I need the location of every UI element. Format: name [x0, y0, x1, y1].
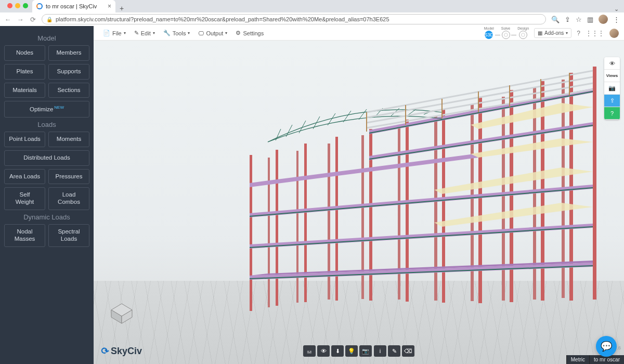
rs-help-icon[interactable]: ?	[604, 107, 620, 120]
rs-share-icon[interactable]: ⇪	[604, 95, 620, 107]
btn-spectral-loads[interactable]: Spectral Loads	[48, 224, 89, 247]
addons-button[interactable]: ▦Add-ons▾	[534, 28, 571, 38]
app-menubar: 📄File▾ ✎Edit▾ 🔧Tools▾ 🖵Output▾ ⚙Settings…	[94, 26, 624, 41]
browser-chrome: to mr oscar | SkyCiv × + ⌄ ← → ⟳ 🔒 platf…	[0, 0, 624, 26]
svg-rect-1	[250, 155, 252, 311]
svg-line-39	[276, 129, 281, 140]
btn-nodal-masses[interactable]: Nodal Masses	[4, 224, 45, 247]
share-icon[interactable]: ⇪	[565, 16, 570, 23]
btn-members[interactable]: Members	[48, 45, 89, 61]
btn-distributed-loads[interactable]: Distributed Loads	[4, 150, 89, 166]
browser-tab[interactable]: to mr oscar | SkyCiv ×	[32, 0, 115, 12]
viewport-toolbar: ⚍ 👁 ⬇ 💡 📷 i ✎ ⌫	[303, 345, 414, 357]
btn-moments[interactable]: Moments	[48, 132, 89, 147]
sidebar-heading-loads: Loads	[4, 121, 89, 128]
tab-title: to mr oscar | SkyCiv	[46, 3, 97, 9]
btn-load-combos[interactable]: Load Combos	[48, 187, 89, 210]
btn-plates[interactable]: Plates	[4, 64, 45, 80]
url-text: platform.skyciv.com/structural?preload_n…	[56, 16, 389, 22]
brand-logo: ⟳SkyCiv	[101, 345, 142, 357]
window-controls[interactable]	[3, 0, 32, 8]
svg-rect-14	[296, 151, 298, 303]
vt-members-icon[interactable]: ⚍	[303, 345, 316, 357]
close-tab-icon[interactable]: ×	[108, 3, 111, 10]
sidebar: Model Nodes Members Plates Supports Mate…	[0, 26, 94, 364]
vt-edit-icon[interactable]: ✎	[388, 345, 400, 357]
vt-info-icon[interactable]: i	[374, 345, 386, 357]
menu-edit[interactable]: ✎Edit▾	[130, 26, 159, 40]
structural-model	[218, 51, 614, 321]
favicon-icon	[36, 3, 43, 9]
menu-file[interactable]: 📄File▾	[99, 26, 130, 40]
svg-rect-18	[434, 116, 437, 301]
file-icon: 📄	[103, 30, 110, 36]
btn-optimize[interactable]: OptimizeNEW	[4, 101, 89, 118]
vt-erase-icon[interactable]: ⌫	[402, 345, 414, 357]
kebab-icon[interactable]: ⋮	[613, 16, 620, 23]
stage-solve-dot: ⬡	[502, 31, 510, 39]
btn-point-loads[interactable]: Point Loads	[4, 132, 45, 147]
right-tool-strip: 👁 Views 📷 ⇪ ?	[604, 57, 620, 120]
btn-materials[interactable]: Materials	[4, 83, 45, 98]
address-bar[interactable]: 🔒 platform.skyciv.com/structural?preload…	[42, 14, 546, 24]
forward-icon[interactable]: →	[17, 16, 24, 23]
stage-model-dot: S3D	[485, 31, 493, 39]
tabs-overflow-icon[interactable]: ⌄	[609, 6, 624, 12]
menu-tools[interactable]: 🔧Tools▾	[159, 26, 194, 40]
pencil-icon: ✎	[134, 30, 139, 36]
vt-camera-icon[interactable]: 📷	[359, 345, 372, 357]
svg-rect-6	[406, 120, 409, 302]
chat-icon: 💬	[601, 341, 612, 352]
grid-icon: ▦	[538, 30, 542, 36]
help-icon[interactable]: ?	[577, 30, 580, 37]
search-icon[interactable]: 🔍	[551, 16, 560, 23]
workflow-stages[interactable]: ModelS3D Solve⬡ Design⬡	[484, 27, 529, 39]
monitor-icon: 🖵	[198, 30, 204, 36]
sidebar-heading-model: Model	[4, 34, 89, 42]
rs-eye-icon[interactable]: 👁	[604, 57, 620, 70]
vt-light-icon[interactable]: 💡	[345, 345, 358, 357]
btn-area-loads[interactable]: Area Loads	[4, 169, 45, 185]
svg-marker-33	[434, 203, 593, 227]
new-tab-button[interactable]: +	[115, 4, 128, 12]
axis-gizmo[interactable]	[106, 300, 137, 328]
stage-design-dot: ⬡	[519, 31, 527, 39]
status-units[interactable]: Metric	[566, 355, 589, 364]
bookmark-icon[interactable]: ☆	[576, 16, 582, 23]
wrench-icon: 🔧	[163, 30, 171, 36]
logo-icon: ⟳	[99, 344, 110, 357]
svg-rect-3	[304, 144, 307, 302]
svg-line-42	[313, 116, 320, 129]
svg-rect-12	[593, 67, 596, 300]
panel-icon[interactable]: ▥	[587, 16, 593, 23]
profile-avatar[interactable]	[599, 15, 608, 24]
btn-nodes[interactable]: Nodes	[4, 45, 45, 61]
svg-rect-7	[442, 109, 445, 303]
menu-settings[interactable]: ⚙Settings	[231, 26, 268, 40]
menu-output[interactable]: 🖵Output▾	[194, 26, 231, 40]
svg-rect-19	[471, 105, 474, 301]
reload-icon[interactable]: ⟳	[29, 16, 36, 23]
rs-camera-icon[interactable]: 📷	[604, 82, 620, 95]
svg-line-40	[286, 125, 292, 137]
apps-icon[interactable]: ⋮⋮⋮	[586, 30, 604, 37]
sidebar-heading-dynamic: Dynamic Loads	[4, 213, 89, 221]
user-avatar[interactable]	[609, 29, 619, 38]
viewport-3d[interactable]: ⟳SkyCiv ⚍ 👁 ⬇ 💡 📷 i ✎ ⌫ v5.7.6 Metric to…	[94, 41, 624, 364]
status-bar: Metric to mr oscar	[566, 355, 624, 364]
btn-sections[interactable]: Sections	[48, 83, 89, 98]
svg-rect-13	[268, 158, 270, 307]
chat-fab[interactable]: 💬	[596, 336, 617, 357]
back-icon[interactable]: ←	[4, 16, 11, 23]
gear-icon: ⚙	[236, 30, 241, 36]
vt-download-icon[interactable]: ⬇	[331, 345, 344, 357]
btn-pressures[interactable]: Pressures	[48, 169, 89, 185]
vt-visibility-icon[interactable]: 👁	[317, 345, 330, 357]
svg-rect-2	[276, 150, 278, 306]
rs-views-button[interactable]: Views	[604, 70, 620, 82]
lock-icon: 🔒	[46, 17, 53, 22]
btn-supports[interactable]: Supports	[48, 64, 89, 80]
btn-self-weight[interactable]: Self Weight	[4, 187, 45, 210]
